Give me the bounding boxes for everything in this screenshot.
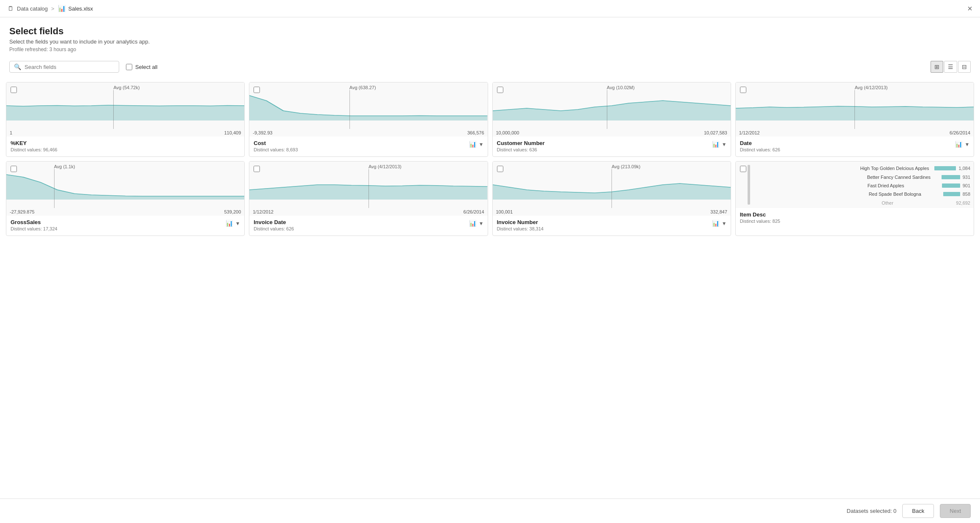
select-all-label[interactable]: Select all	[126, 64, 158, 70]
card-dropdown-btn-gross_sales[interactable]: ▾	[235, 219, 240, 227]
card-chart-btn-gross_sales[interactable]: 📊	[225, 219, 234, 227]
card-actions-cost: 📊▾	[468, 140, 483, 148]
card-actions-invoice_date: 📊▾	[468, 219, 483, 227]
avg-label-invoice_number: Avg (213.09k)	[611, 164, 640, 169]
bar-value-4: 92,692	[956, 200, 970, 205]
view-grid-button[interactable]: ⊞	[931, 61, 943, 73]
bar-value-3: 858	[963, 192, 970, 197]
page-subtitle: Select the fields you want to include in…	[9, 38, 971, 45]
card-footer-item_desc: Item DescDistinct values: 825	[736, 208, 974, 228]
card-checkbox-item_desc[interactable]	[740, 166, 746, 172]
avg-label-date: Avg (4/12/2013)	[854, 85, 887, 90]
card-checkbox-date[interactable]	[740, 87, 746, 93]
search-input[interactable]	[25, 64, 115, 70]
bar-fill-0	[934, 166, 956, 170]
range-min-customer_number: 10,000,000	[496, 130, 519, 135]
breadcrumb-separator: >	[51, 5, 55, 12]
card-footer-invoice_number: Invoice NumberDistinct values: 38,314📊▾	[493, 216, 731, 235]
bar-row-0: High Top Golden Delcious Apples1,084	[860, 166, 970, 171]
card-checkbox-invoice_date[interactable]	[254, 166, 260, 172]
bar-fill-2	[942, 183, 960, 188]
file-icon: 📊	[58, 5, 66, 12]
card-dropdown-btn-invoice_number[interactable]: ▾	[722, 219, 726, 227]
card-dropdown-btn-invoice_date[interactable]: ▾	[479, 219, 483, 227]
card-chart-date: Avg (4/12/2013)	[736, 82, 974, 129]
field-card-invoice_number: Avg (213.09k)100,001332,847Invoice Numbe…	[492, 161, 731, 236]
range-max-customer_number: 10,027,583	[704, 130, 727, 135]
range-max-invoice_date: 6/26/2014	[464, 209, 484, 214]
card-info-item_desc: Item DescDistinct values: 825	[740, 211, 780, 224]
field-card-date: Avg (4/12/2013)1/12/20126/26/2014DateDis…	[735, 82, 974, 157]
bar-row-1: Better Fancy Canned Sardines931	[867, 175, 970, 180]
card-checkbox-invoice_number[interactable]	[497, 166, 503, 172]
view-toggles: ⊞ ☰ ⊟	[931, 61, 971, 73]
card-chart-btn-cost[interactable]: 📊	[468, 140, 477, 148]
bar-value-0: 1,084	[958, 166, 970, 171]
bottom-bar: Datasets selected: 0 Back Next	[0, 498, 980, 523]
back-button[interactable]: Back	[902, 504, 934, 518]
toolbar: 🔍 Select all ⊞ ☰ ⊟	[0, 57, 980, 78]
card-info-cost: CostDistinct values: 8,693	[254, 140, 298, 152]
range-min-gross_sales: -27,929.875	[10, 209, 35, 214]
card-footer-customer_number: Customer NumberDistinct values: 636📊▾	[493, 137, 731, 156]
range-min-invoice_number: 100,001	[496, 209, 513, 214]
card-distinct-invoice_date: Distinct values: 626	[254, 226, 294, 231]
card-chart-invoice_date: Avg (4/12/2013)	[249, 162, 487, 208]
bar-value-1: 931	[963, 175, 970, 180]
view-table-button[interactable]: ⊟	[958, 61, 971, 73]
close-button[interactable]: ×	[967, 4, 972, 13]
card-dropdown-btn-customer_number[interactable]: ▾	[722, 140, 726, 148]
card-checkbox-cost[interactable]	[254, 87, 260, 93]
chart-range-invoice_date: 1/12/20126/26/2014	[249, 208, 487, 216]
card-field-name-date: Date	[740, 140, 780, 146]
card-field-name-pct_key: %KEY	[11, 140, 57, 146]
field-card-cost: Avg (638.27)-9,392.93366,576CostDistinct…	[249, 82, 488, 157]
card-checkbox-pct_key[interactable]	[11, 87, 17, 93]
card-chart-btn-date[interactable]: 📊	[954, 140, 963, 148]
range-max-cost: 366,576	[467, 130, 484, 135]
card-info-customer_number: Customer NumberDistinct values: 636	[497, 140, 545, 152]
card-footer-pct_key: %KEYDistinct values: 96,466	[6, 137, 244, 156]
card-checkbox-customer_number[interactable]	[497, 87, 503, 93]
area-chart-svg-pct_key	[6, 91, 244, 120]
card-dropdown-btn-date[interactable]: ▾	[965, 140, 969, 148]
breadcrumb-bar: 🗒 Data catalog > 📊 Sales.xlsx ×	[0, 0, 980, 17]
range-min-cost: -9,392.93	[253, 130, 272, 135]
card-distinct-gross_sales: Distinct values: 17,324	[11, 226, 57, 231]
card-field-name-item_desc: Item Desc	[740, 211, 780, 218]
avg-label-invoice_date: Avg (4/12/2013)	[369, 164, 401, 169]
card-dropdown-btn-cost[interactable]: ▾	[479, 140, 483, 148]
bar-row-4: Other92,692	[882, 200, 970, 205]
card-chart-btn-invoice_date[interactable]: 📊	[468, 219, 477, 227]
chart-range-cost: -9,392.93366,576	[249, 129, 487, 137]
search-box[interactable]: 🔍	[9, 61, 119, 73]
card-field-name-invoice_number: Invoice Number	[497, 219, 544, 225]
card-chart-btn-customer_number[interactable]: 📊	[711, 140, 720, 148]
card-info-invoice_number: Invoice NumberDistinct values: 38,314	[497, 219, 544, 231]
select-all-checkbox[interactable]	[126, 64, 132, 70]
search-icon: 🔍	[14, 63, 21, 70]
breadcrumb-catalog[interactable]: Data catalog	[17, 5, 48, 12]
card-actions-customer_number: 📊▾	[711, 140, 726, 148]
chart-range-date: 1/12/20126/26/2014	[736, 129, 974, 137]
card-chart-customer_number: Avg (10.02M)	[493, 82, 731, 129]
card-info-pct_key: %KEYDistinct values: 96,466	[11, 140, 57, 152]
view-list-button[interactable]: ☰	[944, 61, 957, 73]
avg-line-pct_key	[113, 90, 114, 129]
card-chart-cost: Avg (638.27)	[249, 82, 487, 129]
card-footer-date: DateDistinct values: 626📊▾	[736, 137, 974, 156]
avg-line-cost	[349, 90, 350, 129]
page-header: Select fields Select the fields you want…	[0, 17, 980, 57]
bar-value-2: 901	[963, 183, 970, 188]
card-distinct-customer_number: Distinct values: 636	[497, 147, 545, 152]
card-checkbox-gross_sales[interactable]	[11, 166, 17, 172]
card-chart-btn-invoice_number[interactable]: 📊	[711, 219, 720, 227]
chart-range-invoice_number: 100,001332,847	[493, 208, 731, 216]
avg-line-gross_sales	[54, 169, 55, 208]
cards-grid: Avg (54.72k)1110,409%KEYDistinct values:…	[6, 82, 974, 236]
bar-fill-3	[943, 192, 960, 196]
avg-line-invoice_date	[369, 169, 369, 208]
card-distinct-date: Distinct values: 626	[740, 147, 780, 152]
card-chart-invoice_number: Avg (213.09k)	[493, 162, 731, 208]
card-chart-gross_sales: Avg (1.1k)	[6, 162, 244, 208]
